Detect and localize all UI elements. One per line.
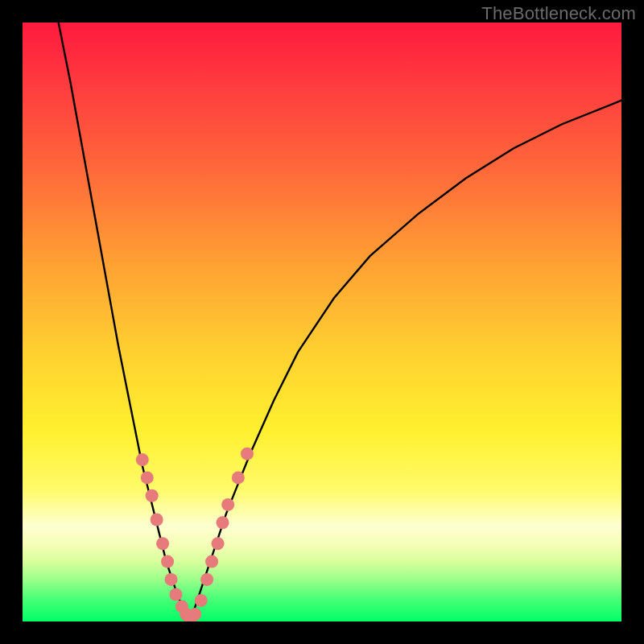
marker-dot <box>212 537 225 550</box>
marker-group <box>136 448 254 621</box>
marker-dot <box>169 588 182 601</box>
marker-dot <box>146 489 159 502</box>
marker-dot <box>200 573 213 586</box>
marker-dot <box>195 594 208 607</box>
marker-dot <box>136 453 149 466</box>
marker-dot <box>151 514 163 526</box>
marker-dot <box>221 498 234 511</box>
marker-dot <box>241 448 254 460</box>
marker-dot <box>141 471 154 484</box>
chart-frame: TheBottleneck.com <box>0 0 644 644</box>
chart-svg <box>23 23 621 621</box>
marker-dot <box>232 471 245 484</box>
marker-dot <box>217 516 229 529</box>
marker-dot <box>188 608 201 621</box>
marker-dot <box>205 555 218 568</box>
marker-dot <box>161 555 174 568</box>
plot-area <box>23 23 621 621</box>
right-branch-curve <box>190 101 621 621</box>
marker-dot <box>156 537 169 550</box>
left-branch-curve <box>59 23 191 621</box>
marker-dot <box>165 573 178 586</box>
watermark-text: TheBottleneck.com <box>481 3 636 24</box>
